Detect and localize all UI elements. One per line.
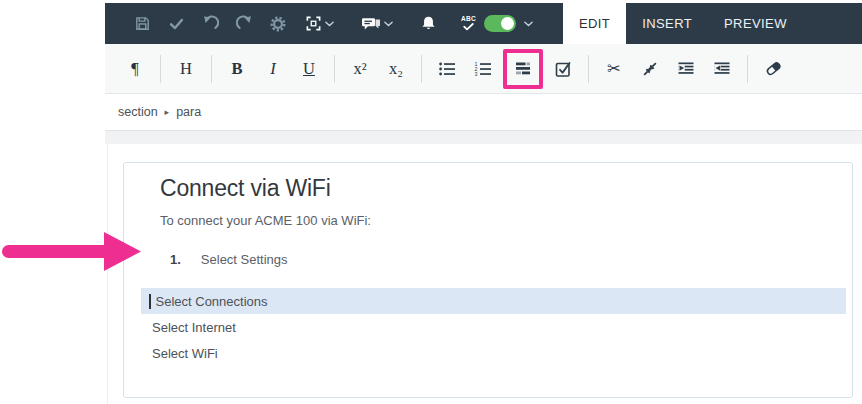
gear-icon (269, 15, 287, 33)
spellcheck-button[interactable]: ABC (461, 16, 476, 31)
chat-bubbles-icon (361, 16, 381, 32)
editable-line[interactable]: Select WiFi (141, 340, 846, 366)
annotation-highlight-box (503, 49, 543, 89)
tab-preview[interactable]: PREVIEW (708, 3, 803, 44)
settings-button[interactable] (261, 3, 295, 44)
merge-arrows-icon (641, 60, 659, 78)
ordered-list-icon: 1 2 3 (474, 61, 492, 77)
step-text[interactable]: Select Settings (201, 252, 288, 267)
bullet-list-icon (438, 61, 456, 77)
underline-button[interactable]: U (291, 50, 327, 88)
breadcrumb: section ▸ para (105, 94, 862, 131)
line-text: Select Connections (153, 294, 268, 309)
content-top-divider (105, 131, 862, 144)
svg-text:3: 3 (475, 71, 478, 77)
tab-edit[interactable]: EDIT (563, 0, 626, 44)
tab-insert-label: INSERT (642, 16, 692, 31)
editor-content-area: Connect via WiFi To connect your ACME 10… (105, 131, 862, 404)
scissors-icon: ✂ (607, 61, 620, 77)
heading-button[interactable]: H (168, 50, 204, 88)
comments-dropdown[interactable] (358, 3, 393, 44)
checklist-button[interactable] (545, 50, 581, 88)
procedure-icon (514, 61, 532, 76)
spellcheck-controls: ABC (461, 15, 533, 32)
check-icon (168, 15, 185, 32)
bold-button[interactable]: B (219, 50, 255, 88)
editor-left-edge (107, 144, 108, 404)
editable-line[interactable]: Select Internet (141, 314, 846, 340)
toggle-knob (501, 17, 514, 30)
redo-button[interactable] (227, 3, 261, 44)
ordered-list-button[interactable]: 1 2 3 (465, 50, 501, 88)
toolbar-divider (588, 55, 589, 83)
toolbar-divider (421, 55, 422, 83)
eraser-button[interactable] (755, 50, 791, 88)
format-toolbar: ¶ H B I U x² x₂ 1 2 3 (105, 44, 862, 94)
tab-preview-label: PREVIEW (724, 16, 787, 31)
tab-insert[interactable]: INSERT (626, 3, 708, 44)
undo-arrow-icon (202, 15, 219, 32)
outdent-block-button[interactable] (704, 50, 740, 88)
breadcrumb-item-para[interactable]: para (176, 105, 201, 119)
fullscreen-icon (305, 15, 322, 32)
breadcrumb-item-section[interactable]: section (118, 105, 158, 119)
line-text: Select Internet (149, 320, 236, 335)
toolbar-divider (334, 55, 335, 83)
chevron-down-icon (325, 21, 334, 27)
italic-button[interactable]: I (255, 50, 291, 88)
annotation-arrow (0, 229, 145, 274)
floppy-icon (134, 15, 151, 32)
editable-line-selected[interactable]: Select Connections (141, 288, 846, 314)
comments-button[interactable] (358, 3, 384, 44)
procedure-step-1[interactable]: 1. Select Settings (170, 252, 846, 267)
outdent-block-icon (713, 61, 731, 76)
step-number: 1. (170, 252, 181, 267)
redo-arrow-icon (236, 15, 253, 32)
breadcrumb-separator-icon: ▸ (165, 107, 170, 117)
subscript-button[interactable]: x₂ (378, 50, 414, 88)
bullet-list-button[interactable] (429, 50, 465, 88)
toolbar-divider (747, 55, 748, 83)
mode-tabs: EDIT INSERT PREVIEW (563, 3, 803, 44)
spellcheck-toggle[interactable] (484, 15, 516, 32)
paragraph-button[interactable]: ¶ (117, 50, 153, 88)
bell-icon (420, 15, 437, 32)
indent-block-icon (677, 61, 695, 76)
indent-block-button[interactable] (668, 50, 704, 88)
toolbar-divider (160, 55, 161, 83)
fullscreen-button[interactable] (301, 3, 325, 44)
top-toolbar: ABC EDIT INSERT PREVIEW (105, 3, 862, 44)
checkbox-icon (554, 60, 572, 77)
app-window: ABC EDIT INSERT PREVIEW ¶ H B I U x² x₂ (0, 0, 862, 404)
document-title[interactable]: Connect via WiFi (160, 175, 846, 202)
procedure-button[interactable] (507, 53, 539, 85)
chevron-down-icon (384, 21, 393, 27)
notifications-button[interactable] (411, 3, 445, 44)
save-button[interactable] (125, 3, 159, 44)
cut-button[interactable]: ✂ (596, 50, 632, 88)
merge-button[interactable] (632, 50, 668, 88)
document-panel[interactable]: Connect via WiFi To connect your ACME 10… (123, 162, 853, 398)
chevron-down-icon (524, 21, 533, 27)
text-cursor (149, 294, 151, 309)
abc-check-mark-icon (463, 23, 474, 31)
fullscreen-dropdown[interactable] (301, 3, 334, 44)
undo-button[interactable] (193, 3, 227, 44)
superscript-button[interactable]: x² (342, 50, 378, 88)
eraser-icon (764, 59, 783, 78)
approve-button[interactable] (159, 3, 193, 44)
line-text: Select WiFi (149, 346, 218, 361)
tab-edit-label: EDIT (579, 16, 610, 31)
document-intro-paragraph[interactable]: To connect your ACME 100 via WiFi: (160, 213, 846, 228)
toolbar-divider (211, 55, 212, 83)
